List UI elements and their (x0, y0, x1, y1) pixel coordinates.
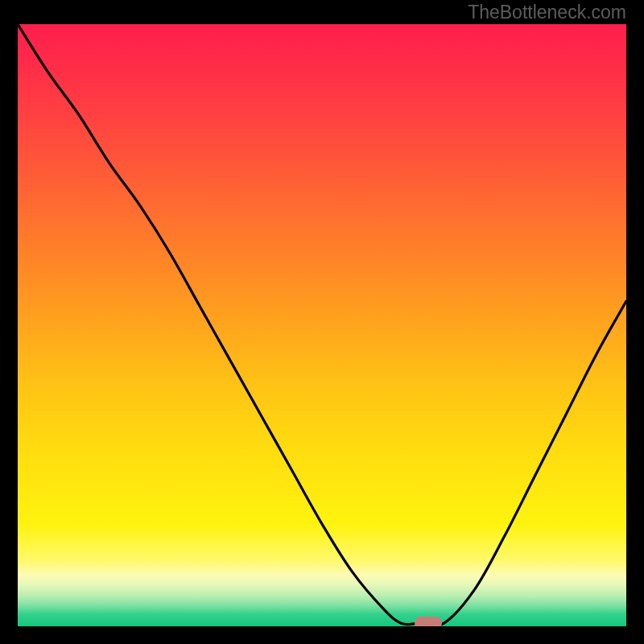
watermark-label: TheBottleneck.com (468, 2, 626, 23)
plot-area (18, 24, 626, 626)
optimal-marker (415, 617, 442, 626)
bottleneck-curve (18, 24, 626, 626)
chart-frame: TheBottleneck.com (0, 0, 644, 644)
